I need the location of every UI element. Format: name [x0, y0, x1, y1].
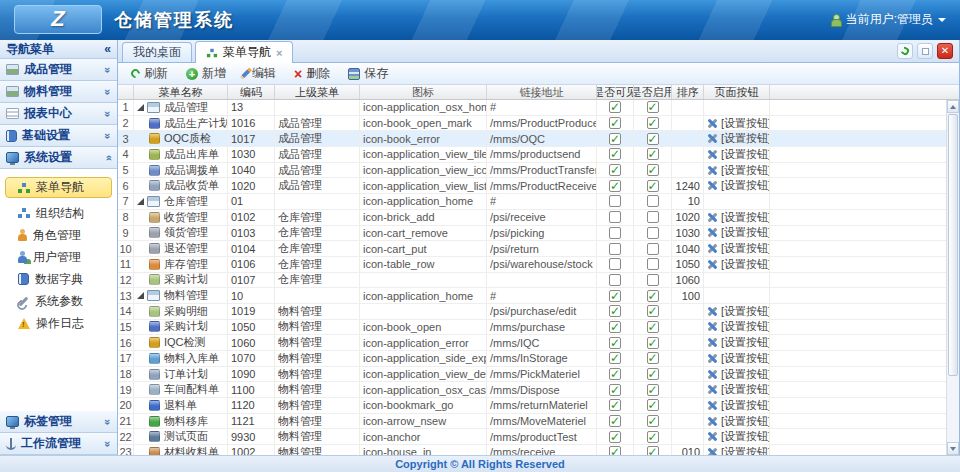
table-row[interactable]: 3OQC质检1017成品管理icon-book_error/mms/OQC✓✓[…	[118, 131, 946, 147]
visible-checkbox[interactable]: ✓	[609, 117, 621, 129]
page-buttons-link[interactable]: [设置按钮]	[707, 178, 770, 193]
enabled-checkbox[interactable]: ✓	[647, 101, 659, 113]
enabled-checkbox[interactable]: ✓	[647, 148, 659, 160]
page-buttons-link[interactable]: [设置按钮]	[707, 429, 770, 444]
scroll-up-button[interactable]	[947, 100, 959, 113]
accordion-basic-settings[interactable]: 基础设置 »	[0, 125, 117, 147]
enabled-checkbox[interactable]: ✓	[647, 431, 659, 443]
enabled-checkbox[interactable]: ✓	[647, 415, 659, 427]
table-row[interactable]: 22测试页面9930物料管理icon-anchor/mms/productTes…	[118, 429, 946, 445]
enabled-checkbox[interactable]: ✓	[647, 384, 659, 396]
sidebar-item-user-management[interactable]: 用户管理	[0, 246, 117, 268]
visible-checkbox[interactable]: ✓	[609, 431, 621, 443]
page-buttons-link[interactable]: [设置按钮]	[707, 445, 770, 455]
visible-checkbox[interactable]: ✓	[609, 384, 621, 396]
col-header-icon[interactable]: 图标	[360, 85, 487, 99]
accordion-system-settings[interactable]: 系统设置 »	[0, 147, 117, 169]
tab-menu-navigation[interactable]: 菜单导航 ×	[195, 41, 293, 63]
table-row[interactable]: 8收货管理0102仓库管理icon-brick_add/psi/receive1…	[118, 210, 946, 226]
enabled-checkbox[interactable]	[647, 195, 659, 207]
scroll-thumb[interactable]	[948, 114, 958, 376]
table-row[interactable]: 1成品管理13icon-application_osx_home#✓✓	[118, 100, 946, 116]
visible-checkbox[interactable]: ✓	[609, 352, 621, 364]
enabled-checkbox[interactable]	[647, 243, 659, 255]
table-row[interactable]: 23材料收料单1002物料管理icon-house_in/mms/receive…	[118, 445, 946, 455]
table-row[interactable]: 5成品调拨单1040成品管理icon-application_view_icon…	[118, 163, 946, 179]
page-buttons-link[interactable]: [设置按钮]	[707, 210, 770, 225]
table-row[interactable]: 9领货管理0103仓库管理icon-cart_remove/psi/pickin…	[118, 226, 946, 242]
page-buttons-link[interactable]: [设置按钮]	[707, 382, 770, 397]
visible-checkbox[interactable]: ✓	[609, 321, 621, 333]
visible-checkbox[interactable]: ✓	[609, 305, 621, 317]
table-row[interactable]: 21物料移库1121物料管理icon-arrow_nsew/mms/MoveMa…	[118, 414, 946, 430]
tree-expand-icon[interactable]	[137, 292, 144, 299]
enabled-checkbox[interactable]	[647, 274, 659, 286]
enabled-checkbox[interactable]: ✓	[647, 321, 659, 333]
visible-checkbox[interactable]	[609, 258, 621, 270]
visible-checkbox[interactable]	[609, 211, 621, 223]
table-row[interactable]: 4成品出库单1030成品管理icon-application_view_tile…	[118, 147, 946, 163]
scroll-down-button[interactable]	[947, 442, 959, 455]
page-buttons-link[interactable]: [设置按钮]	[707, 351, 770, 366]
save-button[interactable]: 保存	[341, 63, 395, 84]
visible-checkbox[interactable]: ✓	[609, 164, 621, 176]
accordion-workflow-management[interactable]: 工作流管理 »	[0, 433, 117, 455]
delete-button[interactable]: × 删除	[287, 63, 337, 84]
visible-checkbox[interactable]	[609, 227, 621, 239]
accordion-finished-product[interactable]: 成品管理 »	[0, 59, 117, 81]
table-row[interactable]: 2成品生产计划1016成品管理icon-book_open_mark/mms/P…	[118, 116, 946, 132]
table-row[interactable]: 6成品收货单1020成品管理icon-application_view_list…	[118, 178, 946, 194]
page-buttons-link[interactable]: [设置按钮]	[707, 147, 770, 162]
sidebar-item-system-parameters[interactable]: 系统参数	[0, 290, 117, 312]
visible-checkbox[interactable]	[609, 195, 621, 207]
enabled-checkbox[interactable]: ✓	[647, 337, 659, 349]
table-row[interactable]: 13物料管理10icon-application_home#✓✓100	[118, 288, 946, 304]
enabled-checkbox[interactable]: ✓	[647, 133, 659, 145]
panel-restore-button[interactable]	[917, 43, 933, 59]
table-row[interactable]: 19车间配料单1100物料管理icon-application_osx_casc…	[118, 382, 946, 398]
page-buttons-link[interactable]: [设置按钮]	[707, 320, 770, 335]
edit-button[interactable]: 编辑	[237, 63, 283, 84]
visible-checkbox[interactable]: ✓	[609, 290, 621, 302]
enabled-checkbox[interactable]	[647, 227, 659, 239]
visible-checkbox[interactable]	[609, 243, 621, 255]
enabled-checkbox[interactable]	[647, 258, 659, 270]
accordion-report-center[interactable]: 报表中心 »	[0, 103, 117, 125]
page-buttons-link[interactable]: [设置按钮]	[707, 163, 770, 178]
table-row[interactable]: 15采购计划1050物料管理icon-book_open/mms/purchas…	[118, 320, 946, 336]
enabled-checkbox[interactable]: ✓	[647, 180, 659, 192]
visible-checkbox[interactable]: ✓	[609, 415, 621, 427]
accordion-material[interactable]: 物料管理 »	[0, 81, 117, 103]
panel-refresh-button[interactable]	[897, 43, 913, 59]
table-row[interactable]: 14采购明细1019物料管理/psi/purchase/edit✓✓[设置按钮]	[118, 304, 946, 320]
enabled-checkbox[interactable]: ✓	[647, 290, 659, 302]
page-buttons-link[interactable]: [设置按钮]	[707, 335, 770, 350]
col-header-enabled[interactable]: 是否启用	[634, 85, 672, 99]
visible-checkbox[interactable]: ✓	[609, 337, 621, 349]
col-header-sort[interactable]: 排序	[672, 85, 704, 99]
enabled-checkbox[interactable]: ✓	[647, 399, 659, 411]
col-header-menu-name[interactable]: 菜单名称	[134, 85, 228, 99]
visible-checkbox[interactable]: ✓	[609, 101, 621, 113]
page-buttons-link[interactable]: [设置按钮]	[707, 116, 770, 131]
visible-checkbox[interactable]: ✓	[609, 446, 621, 455]
table-row[interactable]: 7仓库管理01icon-application_home#10	[118, 194, 946, 210]
sidebar-item-menu-navigation[interactable]: 菜单导航	[5, 177, 112, 198]
page-buttons-link[interactable]: [设置按钮]	[707, 304, 770, 319]
enabled-checkbox[interactable]: ✓	[647, 446, 659, 455]
table-row[interactable]: 12采购计划0107仓库管理1060	[118, 273, 946, 289]
refresh-button[interactable]: 刷新	[124, 63, 175, 84]
col-header-visible[interactable]: 是否可见	[597, 85, 634, 99]
accordion-label-management[interactable]: 标签管理 »	[0, 411, 117, 433]
col-header-page-buttons[interactable]: 页面按钮	[704, 85, 770, 99]
enabled-checkbox[interactable]: ✓	[647, 164, 659, 176]
page-buttons-link[interactable]: [设置按钮]	[707, 131, 770, 146]
table-row[interactable]: 20退料单1120物料管理icon-bookmark_go/mms/return…	[118, 398, 946, 414]
tab-close-icon[interactable]: ×	[276, 47, 282, 59]
tab-my-desktop[interactable]: 我的桌面	[122, 42, 192, 62]
table-row[interactable]: 18订单计划1090物料管理icon-application_view_deta…	[118, 367, 946, 383]
visible-checkbox[interactable]: ✓	[609, 148, 621, 160]
tree-expand-icon[interactable]	[137, 198, 144, 205]
page-buttons-link[interactable]: [设置按钮]	[707, 257, 770, 272]
panel-close-button[interactable]: ✕	[937, 43, 953, 59]
